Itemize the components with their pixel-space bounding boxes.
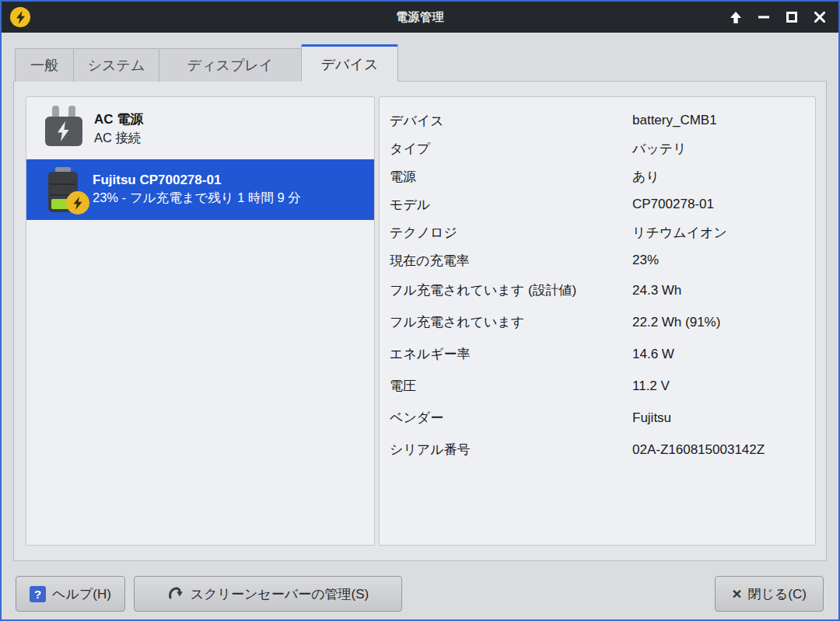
detail-value: バッテリ [632, 140, 687, 158]
detail-label: シリアル番号 [390, 441, 632, 459]
device-row-texts: AC 電源 AC 接続 [94, 110, 143, 147]
detail-row: デバイスbattery_CMB1 [390, 106, 806, 134]
tab-bar: 一般 システム ディスプレイ デバイス [15, 44, 397, 82]
close-icon[interactable] [809, 6, 831, 28]
tab-display[interactable]: ディスプレイ [159, 48, 302, 82]
tab-devices[interactable]: デバイス [301, 44, 398, 82]
detail-row: フル充電されています22.2 Wh (91%) [390, 306, 806, 338]
help-button[interactable]: ? ヘルプ(H) [16, 576, 125, 612]
detail-row: タイプバッテリ [390, 134, 806, 162]
detail-label: 電源 [390, 168, 632, 186]
detail-row: フル充電されています (設計値)24.3 Wh [390, 274, 806, 306]
tab-general[interactable]: 一般 [15, 48, 74, 82]
close-button-icon: × [732, 585, 741, 602]
detail-value: あり [632, 168, 660, 186]
battery-charging-icon [45, 167, 81, 212]
titlebar: 電源管理 [2, 2, 838, 33]
minimize-icon[interactable] [753, 6, 775, 28]
detail-value: 14.6 W [632, 347, 674, 362]
rollup-icon[interactable] [725, 6, 747, 28]
close-button[interactable]: × 閉じる(C) [715, 576, 824, 612]
detail-value: 23% [632, 253, 659, 268]
detail-label: エネルギー率 [390, 345, 632, 363]
device-row-texts: Fujitsu CP700278-01 23% - フル充電まで残り 1 時間 … [93, 173, 301, 207]
device-title: AC 電源 [94, 110, 143, 128]
detail-row: 電圧11.2 V [390, 370, 806, 402]
device-row-ac-adapter[interactable]: AC 電源 AC 接続 [26, 97, 374, 159]
help-icon: ? [30, 586, 46, 602]
device-subtitle: AC 接続 [94, 130, 143, 147]
detail-label: タイプ [390, 140, 632, 158]
screensaver-button-label: スクリーンセーバーの管理(S) [191, 585, 369, 603]
detail-value: 02A-Z160815003142Z [632, 442, 765, 458]
detail-value: リチウムイオン [632, 224, 727, 242]
detail-value: CP700278-01 [632, 197, 714, 212]
screensaver-settings-button[interactable]: スクリーンセーバーの管理(S) [134, 576, 402, 612]
power-manager-window: 電源管理 一般 システム ディスプレイ デバイス [0, 0, 840, 621]
device-details-panel: デバイスbattery_CMB1 タイプバッテリ 電源あり モデルCP70027… [379, 96, 816, 546]
detail-row: 現在の充電率23% [390, 246, 806, 274]
detail-label: モデル [390, 196, 632, 214]
device-row-battery[interactable]: Fujitsu CP700278-01 23% - フル充電まで残り 1 時間 … [26, 159, 374, 220]
detail-row: ベンダーFujitsu [390, 402, 806, 434]
detail-row: テクノロジリチウムイオン [390, 218, 806, 246]
detail-value: Fujitsu [632, 410, 671, 426]
detail-row: シリアル番号02A-Z160815003142Z [390, 434, 806, 466]
maximize-icon[interactable] [781, 6, 803, 28]
detail-value: 11.2 V [632, 379, 670, 394]
window-title: 電源管理 [2, 10, 838, 25]
detail-label: 電圧 [390, 377, 632, 395]
detail-label: ベンダー [390, 409, 632, 427]
device-subtitle: 23% - フル充電まで残り 1 時間 9 分 [93, 190, 301, 207]
curved-arrow-down-icon [167, 584, 184, 604]
detail-row: モデルCP700278-01 [390, 190, 806, 218]
detail-label: フル充電されています [390, 313, 632, 331]
detail-row: 電源あり [390, 162, 806, 190]
detail-label: テクノロジ [390, 224, 632, 242]
detail-value: battery_CMB1 [632, 113, 717, 128]
help-button-label: ヘルプ(H) [52, 585, 111, 603]
ac-adapter-icon [45, 106, 82, 151]
titlebar-controls [725, 2, 831, 33]
close-button-label: 閉じる(C) [747, 585, 806, 603]
detail-label: 現在の充電率 [390, 252, 632, 270]
charging-badge-icon [66, 191, 89, 215]
detail-label: フル充電されています (設計値) [390, 281, 632, 299]
device-title: Fujitsu CP700278-01 [93, 173, 301, 188]
detail-value: 22.2 Wh (91%) [632, 315, 720, 330]
detail-value: 24.3 Wh [632, 283, 681, 298]
device-list: AC 電源 AC 接続 [26, 96, 375, 546]
devices-tab-page: AC 電源 AC 接続 [13, 81, 827, 561]
detail-label: デバイス [390, 112, 632, 130]
detail-row: エネルギー率14.6 W [390, 338, 806, 370]
tab-system[interactable]: システム [73, 48, 159, 82]
